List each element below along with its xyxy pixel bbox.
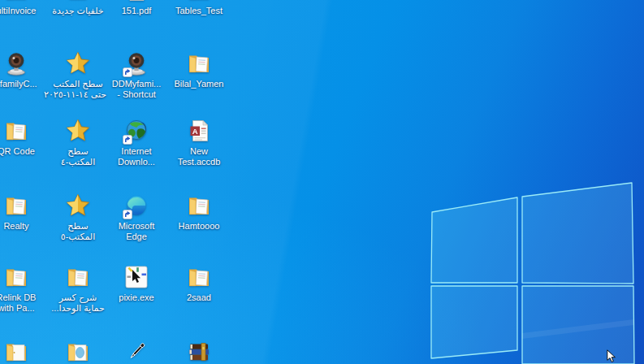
folder-docs-icon (186, 193, 212, 219)
desktop-icon-qr-code[interactable]: QR Code (0, 118, 45, 157)
access-file-icon: A (186, 118, 212, 144)
icon-label: MicrosoftEdge (108, 221, 165, 241)
desktop-icon-ddmyfami-shortcut[interactable]: DDMyfami...- Shortcut (108, 50, 165, 99)
desktop-icon-relink-db[interactable]: Relink DBwith Pa... (0, 264, 45, 313)
desktop[interactable]: ultiInvoice خلفيات جديدة 151.pdf Tables_… (0, 0, 644, 364)
icon-label: InternetDownlo... (108, 146, 165, 167)
shortcut-arrow-icon (123, 135, 132, 145)
desktop-icon-new-test-accdb[interactable]: A NewTest.accdb (171, 118, 227, 167)
folder-docs-icon (186, 0, 212, 3)
desktop-icon-desktop-until-2025-11-14[interactable]: سطح المكتبحتى ١٤-١١-٢٠٢٥ (50, 50, 106, 99)
folder-docs-icon (3, 0, 29, 3)
icon-label: Bilal_Yamen (171, 79, 227, 89)
shortcut-arrow-icon (123, 67, 132, 77)
icon-label: QR Code (0, 146, 45, 157)
folder-docs-icon (3, 193, 29, 219)
mouse-cursor (607, 349, 616, 363)
icon-label: yfamilyC... (0, 79, 45, 89)
desktop-icon-myfamilycam[interactable]: yfamilyC... (0, 50, 45, 89)
desktop-icon-bilal-yamen[interactable]: Bilal_Yamen (171, 50, 227, 89)
windows-logo-watermark (406, 171, 644, 364)
icon-label: 2saad (171, 292, 227, 303)
folder-picture-icon (65, 339, 91, 364)
desktop-icon-new-backgrounds[interactable]: خلفيات جديدة (50, 0, 106, 16)
folder-docs-icon (186, 50, 212, 76)
desktop-icon-winrar-archive[interactable] (171, 339, 227, 364)
desktop-icon-2saad[interactable]: 2saad (171, 264, 227, 303)
desktop-icon-microsoft-edge[interactable]: MicrosoftEdge (108, 193, 165, 241)
pixie-cursor-icon (123, 264, 149, 290)
eyedropper-icon (123, 339, 149, 364)
icon-label: DDMyfami...- Shortcut (108, 79, 165, 99)
desktop-icon-empty-folder[interactable] (0, 339, 45, 364)
icon-label: سطح المكتبحتى ١٤-١١-٢٠٢٥ (50, 79, 106, 99)
icon-label: Relink DBwith Pa... (0, 292, 45, 313)
folder-docs-icon (3, 118, 29, 144)
folder-docs-icon (3, 264, 29, 290)
desktop-icon-tables-test[interactable]: Tables_Test (171, 0, 227, 16)
icon-label: ultiInvoice (0, 6, 45, 16)
desktop-icon-internet-download-manager[interactable]: InternetDownlo... (108, 118, 165, 167)
open-folder-icon (3, 339, 29, 364)
desktop-icon-desktop-4[interactable]: سطحالمكتب-٤ (50, 118, 106, 167)
winrar-books-icon (186, 339, 212, 364)
icon-label: NewTest.accdb (171, 146, 227, 167)
desktop-icon-color-picker[interactable] (108, 339, 165, 364)
svg-text:A: A (192, 127, 198, 136)
icon-label: خلفيات جديدة (50, 6, 106, 16)
icon-label: Realty (0, 221, 45, 232)
icon-label: pixie.exe (108, 292, 165, 303)
icon-label: 151.pdf (108, 6, 165, 16)
desktop-icon-pixie-exe[interactable]: pixie.exe (108, 264, 165, 303)
desktop-icon-crack-protection-guide[interactable]: شرح كسرحماية الوحدا... (50, 264, 106, 313)
icon-label: سطحالمكتب-٥ (50, 221, 106, 241)
shortcut-arrow-icon (123, 210, 132, 219)
desktop-icon-151-pdf[interactable]: 151.pdf (108, 0, 165, 16)
icon-label: سطحالمكتب-٤ (50, 146, 106, 167)
edge-logo-icon (123, 193, 149, 219)
idm-globe-icon (123, 118, 149, 144)
icon-label: Hamtoooo (171, 221, 227, 232)
gold-star-icon (65, 118, 91, 144)
webcam-icon (123, 50, 149, 76)
desktop-icon-picture-folder[interactable] (50, 339, 106, 364)
desktop-icon-realty[interactable]: Realty (0, 193, 45, 232)
desktop-icon-desktop-5[interactable]: سطحالمكتب-٥ (50, 193, 106, 241)
gold-star-icon (65, 193, 91, 219)
folder-docs-icon (186, 264, 212, 290)
pdf-doc-icon (123, 0, 149, 3)
icon-label: Tables_Test (171, 6, 227, 16)
dark-folder-icon (65, 0, 91, 3)
webcam-icon (3, 50, 29, 76)
gold-star-icon (65, 50, 91, 76)
desktop-icon-hamtoooo[interactable]: Hamtoooo (171, 193, 227, 232)
folder-docs-icon (65, 264, 91, 290)
desktop-icon-multiinvoice[interactable]: ultiInvoice (0, 0, 45, 16)
icon-label: شرح كسرحماية الوحدا... (50, 292, 106, 313)
